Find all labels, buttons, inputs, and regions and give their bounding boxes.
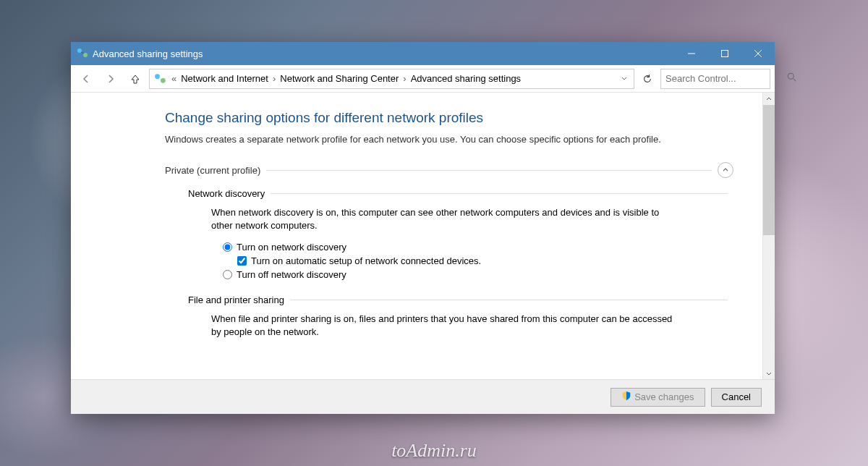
section-rule [290,300,728,300]
section-private-label: Private (current profile) [165,165,260,176]
save-changes-button[interactable]: Save changes [610,388,705,407]
svg-line-2 [81,52,84,54]
breadcrumb-dropdown-icon[interactable] [618,73,631,84]
cancel-label: Cancel [722,391,751,402]
refresh-button[interactable] [637,69,658,89]
network-discovery-options: Turn on network discovery Turn on automa… [223,240,733,281]
save-changes-label: Save changes [634,391,694,402]
radio-turn-on-discovery-input[interactable] [223,242,232,252]
search-input[interactable] [665,73,787,84]
section-rule [266,170,712,171]
page-title: Change sharing options for different net… [165,110,733,126]
breadcrumb-item-advanced[interactable]: Advanced sharing settings [409,72,522,85]
navigation-bar: « Network and Internet › Network and Sha… [71,65,775,93]
checkbox-auto-setup-label: Turn on automatic setup of network conne… [251,255,481,266]
network-folder-icon [154,72,167,85]
scroll-thumb[interactable] [763,105,775,235]
window-title: Advanced sharing settings [93,48,675,59]
svg-point-8 [161,77,166,82]
svg-line-10 [793,79,796,82]
checkbox-auto-setup-input[interactable] [237,256,247,266]
close-button[interactable] [741,42,775,65]
file-printer-title: File and printer sharing [188,295,284,305]
button-bar: Save changes Cancel [71,379,775,414]
svg-point-9 [788,73,793,79]
nav-forward-button[interactable] [100,69,122,89]
radio-turn-off-discovery-input[interactable] [223,270,232,279]
content-area: Change sharing options for different net… [71,93,762,379]
scroll-up-button[interactable] [763,93,775,105]
chevron-right-icon: › [271,73,277,84]
subsection-file-printer-sharing: File and printer sharing When file and p… [188,295,733,339]
breadcrumb-item-sharing-center[interactable]: Network and Sharing Center [278,72,400,85]
collapse-button[interactable] [718,162,733,178]
network-discovery-description: When network discovery is on, this compu… [211,206,674,232]
subsection-network-discovery: Network discovery When network discovery… [188,188,733,281]
page-description: Windows creates a separate network profi… [165,133,700,146]
radio-turn-on-discovery[interactable]: Turn on network discovery [223,240,733,254]
network-discovery-title: Network discovery [188,188,265,199]
shield-icon [621,391,631,403]
nav-up-button[interactable] [124,69,146,89]
maximize-button[interactable] [708,42,741,65]
svg-point-7 [155,74,160,79]
watermark-text: toAdmin.ru [391,440,477,462]
radio-turn-on-discovery-label: Turn on network discovery [237,242,346,253]
section-rule [271,193,728,194]
search-box[interactable] [660,69,770,89]
nav-back-button[interactable] [75,69,97,89]
titlebar[interactable]: Advanced sharing settings [71,42,775,65]
chevron-right-icon: › [401,73,407,84]
breadcrumb[interactable]: « Network and Internet › Network and Sha… [149,69,634,89]
breadcrumb-prefix: « [170,73,178,84]
file-printer-description: When file and printer sharing is on, fil… [211,313,674,339]
section-private-header: Private (current profile) [165,162,733,178]
svg-rect-4 [722,51,728,57]
checkbox-auto-setup[interactable]: Turn on automatic setup of network conne… [237,254,733,268]
breadcrumb-item-network[interactable]: Network and Internet [179,72,270,85]
window-controls [675,42,775,65]
vertical-scrollbar[interactable] [762,93,775,379]
radio-turn-off-discovery[interactable]: Turn off network discovery [223,268,733,281]
window: Advanced sharing settings [71,42,775,414]
cancel-button[interactable]: Cancel [711,388,762,407]
scroll-down-button[interactable] [763,367,775,379]
network-icon [77,48,88,59]
radio-turn-off-discovery-label: Turn off network discovery [237,269,346,280]
search-icon [787,72,797,85]
minimize-button[interactable] [675,42,708,65]
content-wrapper: Change sharing options for different net… [71,93,775,379]
